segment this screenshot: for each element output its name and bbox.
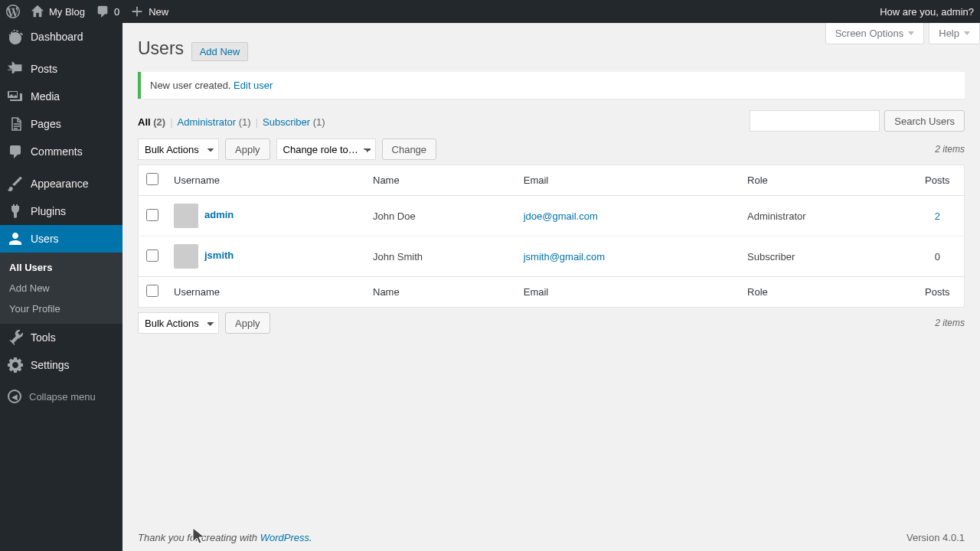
col-role: Role [740, 165, 910, 196]
menu-media[interactable]: Media [0, 83, 122, 110]
search-users-button[interactable]: Search Users [884, 110, 965, 132]
filter-all[interactable]: All (2) [138, 116, 165, 128]
table-row: admin John Doe jdoe@gmail.com Administra… [139, 196, 965, 236]
change-button[interactable]: Change [382, 139, 437, 160]
users-submenu: All Users Add New Your Profile [0, 253, 122, 324]
collapse-menu[interactable]: ◀ Collapse menu [0, 383, 122, 409]
greeting-text: How are you, admin? [880, 6, 974, 18]
submenu-all-users[interactable]: All Users [0, 257, 122, 278]
user-name: John Smith [365, 236, 516, 277]
chevron-down-icon [964, 31, 970, 35]
user-posts-link[interactable]: 2 [935, 210, 940, 222]
page-title: Users [138, 31, 184, 63]
row-checkbox[interactable] [146, 209, 158, 221]
menu-comments[interactable]: Comments [0, 138, 122, 165]
menu-dashboard[interactable]: Dashboard [0, 23, 122, 51]
screen-options-button[interactable]: Screen Options [825, 23, 925, 44]
col-name[interactable]: Name [365, 277, 516, 308]
select-all-checkbox-bottom[interactable] [146, 285, 158, 297]
comments-count: 0 [114, 6, 119, 18]
comment-icon [8, 144, 23, 159]
menu-settings[interactable]: Settings [0, 351, 122, 379]
bulk-actions-select[interactable]: Bulk Actions [138, 139, 219, 160]
menu-label: Posts [31, 63, 57, 75]
col-username[interactable]: Username [166, 165, 365, 196]
comment-icon [96, 5, 109, 18]
submenu-your-profile[interactable]: Your Profile [0, 298, 122, 319]
dashboard-icon [8, 29, 23, 44]
wordpress-link[interactable]: WordPress. [260, 532, 312, 543]
plugin-icon [8, 204, 23, 219]
help-button[interactable]: Help [929, 23, 980, 44]
site-name-link[interactable]: My Blog [31, 5, 85, 18]
media-icon [8, 89, 23, 104]
user-icon [8, 231, 23, 246]
admin-footer: Thank you for creating with WordPress. V… [122, 524, 980, 551]
col-email[interactable]: Email [516, 165, 740, 196]
user-email-link[interactable]: jsmith@gmail.com [524, 251, 605, 262]
menu-posts[interactable]: Posts [0, 55, 122, 83]
user-role: Subscriber [740, 236, 910, 277]
item-count-bottom: 2 items [935, 318, 965, 328]
menu-label: Pages [31, 118, 61, 130]
wrench-icon [8, 330, 23, 345]
new-content-link[interactable]: New [130, 5, 168, 18]
admin-sidebar: Dashboard Posts Media Pages Comments App… [0, 23, 122, 551]
menu-appearance[interactable]: Appearance [0, 170, 122, 197]
menu-pages[interactable]: Pages [0, 110, 122, 138]
row-checkbox[interactable] [146, 249, 158, 262]
users-table: Username Name Email Role Posts admin Joh… [138, 165, 965, 308]
select-all-checkbox[interactable] [146, 173, 158, 185]
username-link[interactable]: admin [204, 209, 234, 220]
change-role-select[interactable]: Change role to… [276, 139, 376, 160]
menu-label: Media [31, 90, 60, 103]
comments-link[interactable]: 0 [96, 5, 119, 18]
user-name: John Doe [365, 196, 516, 236]
menu-label: Settings [31, 359, 70, 371]
user-email-link[interactable]: jdoe@gmail.com [524, 210, 598, 222]
menu-label: Comments [31, 145, 83, 158]
avatar [174, 204, 198, 228]
avatar [174, 244, 198, 269]
username-link[interactable]: jsmith [204, 249, 234, 261]
site-name: My Blog [49, 6, 85, 18]
table-row: jsmith John Smith jsmith@gmail.com Subsc… [139, 236, 965, 277]
version-text: Version 4.0.1 [906, 532, 965, 543]
menu-plugins[interactable]: Plugins [0, 197, 122, 225]
col-username[interactable]: Username [166, 277, 365, 308]
user-posts: 0 [911, 236, 965, 277]
wp-logo[interactable] [6, 5, 20, 18]
col-posts: Posts [911, 277, 965, 308]
new-label: New [149, 6, 168, 18]
chevron-down-icon [908, 31, 914, 35]
menu-label: Appearance [31, 178, 89, 190]
search-users-input[interactable] [750, 110, 880, 132]
menu-users[interactable]: Users [0, 225, 122, 253]
admin-bar: My Blog 0 New How are you, admin? [0, 0, 980, 23]
filter-administrator[interactable]: Administrator (1) [178, 116, 251, 128]
add-new-button[interactable]: Add New [191, 42, 249, 61]
home-icon [31, 5, 44, 18]
filter-subscriber[interactable]: Subscriber (1) [263, 116, 325, 128]
menu-label: Tools [31, 331, 56, 344]
brush-icon [8, 176, 23, 191]
col-name[interactable]: Name [365, 165, 516, 196]
plus-icon [130, 5, 144, 18]
footer-thank: Thank you for creating with [138, 532, 260, 543]
collapse-label: Collapse menu [29, 391, 96, 403]
col-email[interactable]: Email [516, 277, 740, 308]
submenu-add-new[interactable]: Add New [0, 278, 122, 298]
item-count: 2 items [935, 144, 965, 155]
bulk-actions-select-bottom[interactable]: Bulk Actions [138, 312, 219, 334]
notice-text: New user created. [150, 80, 234, 91]
edit-user-link[interactable]: Edit user [234, 80, 273, 91]
page-icon [8, 116, 23, 132]
my-account[interactable]: How are you, admin? [880, 6, 974, 18]
apply-button-bottom[interactable]: Apply [225, 312, 270, 334]
apply-button[interactable]: Apply [225, 139, 270, 160]
role-filters: All (2)| Administrator (1)| Subscriber (… [138, 116, 325, 128]
menu-tools[interactable]: Tools [0, 324, 122, 351]
success-notice: New user created. Edit user [138, 72, 965, 99]
menu-label: Users [31, 233, 59, 245]
settings-icon [8, 357, 23, 373]
